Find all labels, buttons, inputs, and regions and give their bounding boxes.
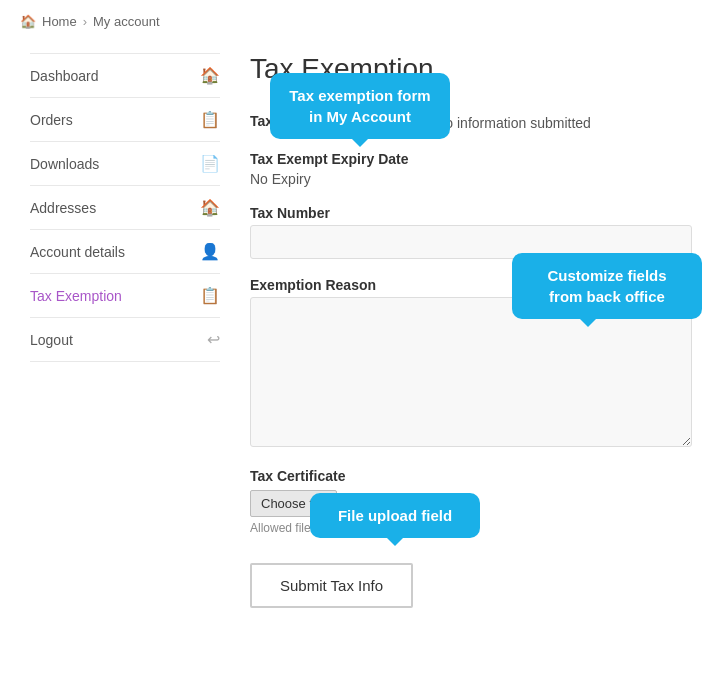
logout-icon: ↩ [207, 330, 220, 349]
breadcrumb-current: My account [93, 14, 159, 29]
sidebar-item-dashboard[interactable]: Dashboard 🏠 [30, 53, 220, 98]
exemption-reason-input[interactable] [250, 297, 692, 447]
expiry-value: No Expiry [250, 171, 692, 187]
sidebar-item-logout[interactable]: Logout ↩ [30, 318, 220, 362]
sidebar-item-addresses[interactable]: Addresses 🏠 [30, 186, 220, 230]
tooltip-file-upload: File upload field [310, 493, 480, 538]
tax-icon: 📋 [200, 286, 220, 305]
tooltip-tax-form: Tax exemption form in My Account [270, 73, 450, 139]
dashboard-icon: 🏠 [200, 66, 220, 85]
home-icon: 🏠 [20, 14, 36, 29]
expiry-row: Tax Exempt Expiry Date No Expiry [250, 151, 692, 187]
status-value: No information submitted [435, 115, 591, 131]
submit-button[interactable]: Submit Tax Info [250, 563, 413, 608]
account-icon: 👤 [200, 242, 220, 261]
certificate-label: Tax Certificate [250, 468, 692, 484]
downloads-icon: 📄 [200, 154, 220, 173]
sidebar: Dashboard 🏠 Orders 📋 Downloads 📄 Address… [30, 43, 220, 608]
breadcrumb-sep: › [83, 14, 87, 29]
sidebar-item-orders[interactable]: Orders 📋 [30, 98, 220, 142]
tooltip-customize-fields: Customize fields from back office [512, 253, 702, 319]
tax-number-label: Tax Number [250, 205, 692, 221]
expiry-label: Tax Exempt Expiry Date [250, 151, 692, 167]
orders-icon: 📋 [200, 110, 220, 129]
addresses-icon: 🏠 [200, 198, 220, 217]
sidebar-item-downloads[interactable]: Downloads 📄 [30, 142, 220, 186]
breadcrumb: 🏠 Home › My account [0, 0, 722, 43]
sidebar-item-account-details[interactable]: Account details 👤 [30, 230, 220, 274]
home-link[interactable]: Home [42, 14, 77, 29]
tax-number-row: Tax Number [250, 205, 692, 259]
sidebar-item-tax-exemption[interactable]: Tax Exemption 📋 [30, 274, 220, 318]
